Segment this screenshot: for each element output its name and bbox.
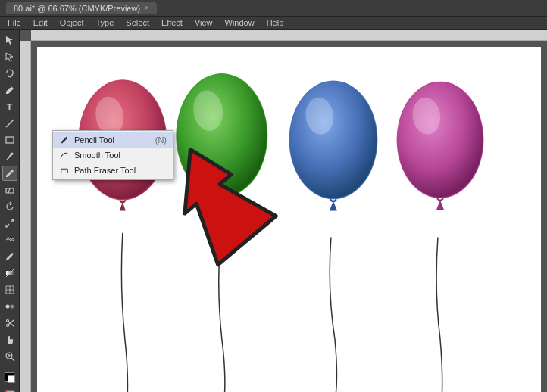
tool-eraser[interactable] [2, 182, 17, 198]
tool-mesh[interactable] [2, 282, 17, 297]
tool-blend[interactable] [2, 299, 17, 314]
menu-view[interactable]: View [190, 17, 217, 29]
svg-point-38 [398, 82, 483, 198]
menu-bar: File Edit Object Type Select Effect View… [0, 17, 547, 30]
svg-marker-36 [330, 201, 337, 211]
svg-rect-1 [6, 137, 14, 143]
menu-edit[interactable]: Edit [29, 17, 52, 29]
title-bar: 80.ai* @ 66.67% (CMYK/Preview) × [0, 0, 547, 17]
svg-point-34 [290, 82, 377, 198]
canvas-container: // ruler ticks drawn inline via template [20, 30, 547, 392]
tool-pen[interactable] [2, 82, 17, 98]
path-eraser-icon [59, 165, 70, 176]
pencil-tool-label: Pencil Tool [74, 135, 114, 145]
tool-rect[interactable] [2, 132, 17, 148]
svg-marker-32 [218, 199, 226, 209]
svg-line-4 [8, 188, 10, 193]
ruler-vertical [20, 41, 31, 392]
pencil-tool-icon [59, 135, 70, 145]
menu-window[interactable]: Window [220, 17, 259, 29]
smooth-tool-icon [59, 150, 70, 160]
tool-paintbrush[interactable] [2, 149, 17, 164]
content-row: T [0, 30, 547, 392]
tool-warp[interactable] [2, 232, 17, 247]
tool-gradient[interactable] [2, 266, 17, 281]
tool-scissors[interactable] [2, 316, 17, 331]
tool-line[interactable] [2, 116, 17, 131]
svg-line-19 [11, 358, 14, 361]
drawing-canvas[interactable]: Pencil Tool (N) Smooth Tool [31, 41, 547, 392]
app-layout: File Edit Object Type Select Effect View… [0, 17, 547, 392]
document-tab[interactable]: 80.ai* @ 66.67% (CMYK/Preview) × [6, 2, 157, 14]
menu-file[interactable]: File [3, 17, 26, 29]
context-menu-item-pencil[interactable]: Pencil Tool (N) [53, 132, 173, 148]
context-menu[interactable]: Pencil Tool (N) Smooth Tool [52, 130, 173, 180]
tool-rotate[interactable] [2, 199, 17, 214]
svg-rect-41 [61, 169, 68, 173]
svg-marker-40 [436, 200, 444, 210]
svg-point-30 [177, 74, 267, 196]
menu-help[interactable]: Help [262, 17, 289, 29]
left-toolbar: T [0, 30, 20, 392]
tool-hand[interactable] [2, 332, 17, 347]
context-menu-item-eraser[interactable]: Path Eraser Tool [53, 163, 173, 178]
menu-select[interactable]: Select [121, 17, 154, 29]
tab-title: 80.ai* @ 66.67% (CMYK/Preview) [14, 4, 140, 13]
menu-effect[interactable]: Effect [157, 17, 187, 29]
pencil-tool-shortcut: (N) [155, 135, 167, 145]
canvas-white-area [37, 47, 541, 392]
tool-select[interactable] [2, 33, 17, 48]
svg-point-5 [12, 253, 14, 254]
tool-scale[interactable] [2, 216, 17, 231]
svg-rect-24 [31, 30, 547, 41]
tab-close-button[interactable]: × [145, 4, 149, 12]
tool-direct-select[interactable] [2, 49, 17, 64]
path-eraser-label: Path Eraser Tool [74, 166, 136, 175]
tool-pencil[interactable] [2, 166, 17, 181]
tool-lasso[interactable] [2, 66, 17, 81]
canvas-svg [37, 47, 541, 392]
menu-object[interactable]: Object [55, 17, 89, 29]
tool-eyedropper[interactable] [2, 249, 17, 264]
ruler-horizontal: // ruler ticks drawn inline via template [31, 30, 547, 41]
menu-type[interactable]: Type [92, 17, 119, 29]
fill-color-swatch[interactable] [2, 370, 17, 385]
smooth-tool-label: Smooth Tool [74, 151, 120, 160]
svg-point-2 [11, 153, 13, 155]
tool-zoom[interactable] [2, 349, 17, 364]
context-menu-item-smooth[interactable]: Smooth Tool [53, 148, 173, 163]
canvas-inner: Pencil Tool (N) Smooth Tool [20, 41, 547, 392]
svg-line-0 [6, 120, 14, 127]
tool-type[interactable]: T [2, 99, 17, 114]
svg-marker-28 [120, 202, 126, 211]
